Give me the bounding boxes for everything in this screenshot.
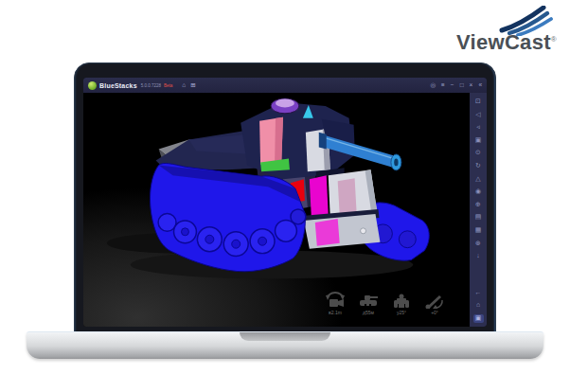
- app-title: BlueStacks: [99, 82, 137, 89]
- magenta-module: [310, 175, 329, 217]
- sidebar-nav: ←⌂▣: [473, 289, 484, 323]
- bluestacks-logo-icon: [88, 81, 97, 90]
- app-version: 5.0.0.7228: [141, 83, 161, 88]
- bluestacks-sidebar: ⊡◁◃▣⊙↻△◉⊕▤▦⊛↓ ←⌂▣: [470, 93, 487, 327]
- share-icon[interactable]: △: [473, 175, 484, 184]
- volume-mute-icon[interactable]: ◃: [473, 123, 484, 132]
- registered-trademark: ®: [551, 35, 557, 44]
- laptop-screen: BlueStacks 5.0.0.7228 Beta ⌂⊞ ◎≡−□×«: [83, 78, 487, 327]
- hud-label: у25°: [397, 311, 406, 315]
- hud-label: +0°: [431, 311, 438, 315]
- collapse-sidebar-icon[interactable]: «: [478, 82, 482, 89]
- crosshair-icon[interactable]: ⊕: [473, 201, 484, 209]
- hud-label: д55м: [363, 311, 374, 315]
- maximize-icon[interactable]: □: [460, 82, 464, 89]
- cupola-hatch: [276, 98, 294, 107]
- wheel-hub: [232, 240, 240, 248]
- viewcast-logo: ViewCast®: [409, 4, 561, 55]
- recent-apps-icon[interactable]: ▣: [473, 314, 484, 323]
- titlebar-controls: ◎≡−□×«: [430, 82, 482, 89]
- record-icon[interactable]: ◉: [473, 187, 484, 196]
- right-road-wheel: [399, 231, 416, 248]
- home-icon[interactable]: ⌂: [182, 82, 186, 89]
- hud-tank-side[interactable]: д55м: [356, 292, 381, 315]
- bluestacks-window: BlueStacks 5.0.0.7228 Beta ⌂⊞ ◎≡−□×«: [83, 78, 487, 327]
- menu-icon[interactable]: ≡: [441, 82, 445, 89]
- laptop-base: [27, 331, 543, 359]
- window-content: в2.1m д55м: [83, 93, 487, 327]
- wheel-hub: [258, 237, 267, 245]
- titlebar: BlueStacks 5.0.0.7228 Beta ⌂⊞ ◎≡−□×«: [83, 78, 487, 93]
- viewcast-wordmark: ViewCast®: [456, 30, 557, 55]
- tank-front-icon: [391, 292, 412, 309]
- settings-icon[interactable]: ⊛: [473, 240, 484, 248]
- back-icon[interactable]: ←: [473, 289, 484, 297]
- barrel-base: [319, 133, 327, 150]
- wheel-hub: [205, 235, 214, 243]
- hud-toolbar: в2.1m д55м: [323, 292, 447, 315]
- multi-instance-icon[interactable]: ⊞: [190, 82, 195, 89]
- sidebar-top: ⊡◁◃▣⊙↻△◉⊕▤▦⊛↓: [473, 98, 484, 260]
- screenshot-icon[interactable]: ▣: [473, 136, 484, 145]
- fullscreen-icon[interactable]: ⊡: [473, 98, 484, 106]
- armor-viewer-viewport[interactable]: в2.1m д55м: [83, 93, 470, 327]
- hud-orbit-camera[interactable]: в2.1m: [323, 292, 347, 315]
- titlebar-left-icons: ⌂⊞: [182, 82, 195, 89]
- drive-sprocket: [291, 209, 306, 224]
- lower-magenta-module: [315, 219, 340, 246]
- hud-gun-elevation[interactable]: +0°: [422, 292, 447, 315]
- wheel-hub: [181, 228, 188, 236]
- copy-icon[interactable]: ▦: [473, 226, 484, 235]
- close-icon[interactable]: ×: [470, 82, 473, 89]
- gun-elevation-icon: [424, 292, 445, 309]
- hud-label: в2.1m: [329, 311, 342, 315]
- laptop-base-notch: [240, 332, 330, 341]
- tank-side-icon: [358, 292, 379, 309]
- hull-hatch: [361, 228, 366, 234]
- rotate-icon[interactable]: ↻: [473, 162, 484, 170]
- orbit-camera-icon: [325, 292, 346, 309]
- mauve-module: [338, 178, 357, 214]
- page-background: ViewCast® BlueStacks 5.0.0.7228 Beta ⌂⊞ …: [0, 0, 570, 392]
- laptop-screen-bezel: BlueStacks 5.0.0.7228 Beta ⌂⊞ ◎≡−□×«: [74, 62, 496, 333]
- road-wheel: [158, 213, 176, 231]
- android-home-icon[interactable]: ⌂: [473, 301, 484, 310]
- download-icon[interactable]: ↓: [473, 252, 484, 260]
- camera-icon[interactable]: ⊙: [473, 149, 484, 157]
- folder-icon[interactable]: ▤: [473, 213, 484, 222]
- beta-badge: Beta: [164, 83, 172, 88]
- volume-up-icon[interactable]: ◁: [473, 111, 484, 119]
- muzzle-bore: [394, 158, 398, 166]
- minimize-icon[interactable]: −: [451, 82, 454, 89]
- viewcast-name: ViewCast: [456, 30, 551, 54]
- hud-tank-front[interactable]: у25°: [389, 292, 414, 315]
- help-icon[interactable]: ◎: [430, 82, 436, 89]
